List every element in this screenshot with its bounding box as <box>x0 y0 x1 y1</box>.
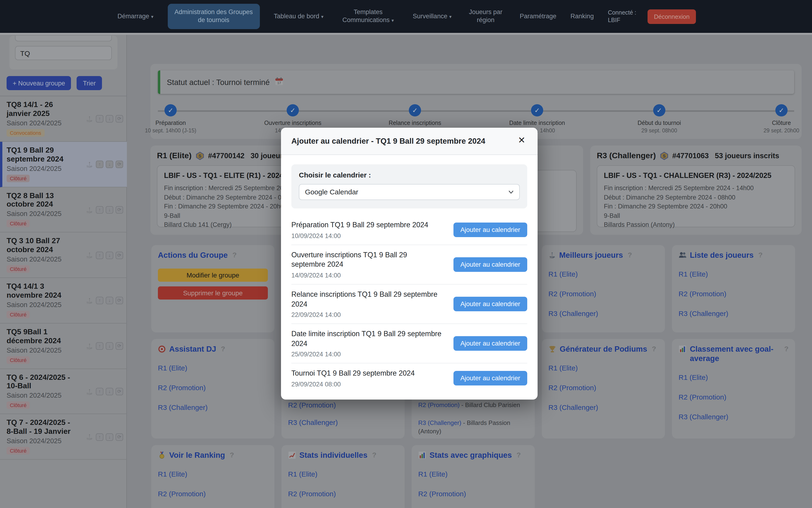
nav-item-tableau-de-bord[interactable]: Tableau de bord▾ <box>274 12 323 20</box>
help-icon[interactable]: ? <box>652 345 656 352</box>
nav-item-parametrage[interactable]: Paramétrage <box>520 12 556 20</box>
refresh-icon[interactable]: ⟳ <box>116 342 123 350</box>
new-group-button[interactable]: + Nouveau groupe <box>7 76 71 90</box>
link-r1-elite[interactable]: R1 (Elite) <box>418 470 528 478</box>
move-up-icon[interactable]: ↑ <box>96 342 103 350</box>
move-top-icon[interactable]: ↑TOP <box>85 342 93 350</box>
help-icon[interactable]: ? <box>758 251 763 259</box>
link-r1-elite[interactable]: R1 (Elite) <box>548 270 658 278</box>
group-list-item-tq1-selected[interactable]: TQ1 9 Ball 29 septembre 2024 Saison 2024… <box>0 142 127 187</box>
move-down-icon[interactable]: ↓ <box>106 161 113 168</box>
move-down-icon[interactable]: ↓ <box>106 388 113 395</box>
add-to-calendar-button[interactable]: Ajouter au calendrier <box>453 371 527 386</box>
move-down-icon[interactable]: ↓ <box>106 206 113 214</box>
link-r1-elite[interactable]: R1 (Elite) <box>679 373 788 381</box>
add-to-calendar-button[interactable]: Ajouter au calendrier <box>453 257 527 272</box>
link-r2-promotion[interactable]: R2 (Promotion) <box>158 384 268 391</box>
group-list-item-tq5[interactable]: TQ5 9Ball 1 décembre 2024 Saison 2024/20… <box>0 324 127 369</box>
refresh-icon[interactable]: ⟳ <box>116 161 123 168</box>
move-down-icon[interactable]: ↓ <box>106 297 113 304</box>
move-up-icon[interactable]: ↑ <box>96 115 103 123</box>
link-r1-elite[interactable]: R1 (Elite) <box>679 270 788 278</box>
nav-item-joueurs-par-region[interactable]: Joueurs par région <box>466 8 506 25</box>
move-down-icon[interactable]: ↓ <box>106 251 113 259</box>
refresh-icon[interactable]: ⟳ <box>116 251 123 259</box>
link-r1-elite[interactable]: R1 (Elite) <box>158 364 268 372</box>
link-r3-challenger[interactable]: R3 (Challenger) <box>548 403 658 411</box>
filter-input-secondary[interactable] <box>15 36 112 41</box>
link-r2-promotion[interactable]: R2 (Promotion) <box>288 490 398 498</box>
link-r2-promotion[interactable]: R2 (Promotion) <box>548 290 658 298</box>
move-up-icon[interactable]: ↑ <box>96 433 103 440</box>
add-to-calendar-modal: Ajouter au calendrier - TQ1 9 Ball 29 se… <box>281 128 538 399</box>
move-top-icon[interactable]: ↑TOP <box>85 115 93 123</box>
link-r2-promotion[interactable]: R2 (Promotion) <box>418 401 460 409</box>
group-list-item-tq7[interactable]: TQ 7 - 2024/2025 - 8-Ball - 19 Janvier S… <box>0 414 127 460</box>
link-r2-promotion[interactable]: R2 (Promotion) <box>548 384 658 391</box>
refresh-icon[interactable]: ⟳ <box>116 297 123 304</box>
nav-item-ranking[interactable]: Ranking <box>571 12 594 20</box>
help-icon[interactable]: ? <box>372 451 376 459</box>
help-icon[interactable]: ? <box>784 345 788 352</box>
group-list-item-tq4[interactable]: TQ4 14/1 3 novembre 2024 Saison 2024/202… <box>0 278 127 324</box>
link-r1-elite[interactable]: R1 (Elite) <box>288 470 398 478</box>
link-r2-promotion[interactable]: R2 (Promotion) <box>679 393 788 401</box>
sort-button[interactable]: Trier <box>77 76 102 90</box>
move-top-icon[interactable]: ↑TOP <box>85 433 93 441</box>
link-r2-promotion[interactable]: R2 (Promotion) <box>288 401 398 409</box>
move-down-icon[interactable]: ↓ <box>106 433 113 440</box>
nav-item-demarrage[interactable]: Démarrage▾ <box>117 12 153 20</box>
nav-item-administration-groupes[interactable]: Administration des Groupes de tournois <box>167 4 260 29</box>
group-list-item-tq3[interactable]: TQ 3 10 Ball 27 octobre 2024 Saison 2024… <box>0 232 127 278</box>
move-top-icon[interactable]: ↑TOP <box>85 161 93 168</box>
group-list-item-tq6[interactable]: TQ 6 - 2024/2025 - 10-Ball Saison 2024/2… <box>0 369 127 414</box>
link-r3-challenger[interactable]: R3 (Challenger) <box>418 419 461 426</box>
modal-header: Ajouter au calendrier - TQ1 9 Ball 29 se… <box>281 128 538 155</box>
group-title: TQ8 14/1 - 26 janvier 2025 <box>7 100 78 118</box>
move-top-icon[interactable]: ↑TOP <box>85 297 93 304</box>
search-input[interactable] <box>15 46 112 60</box>
move-down-icon[interactable]: ↓ <box>106 342 113 350</box>
sidebar-search-panel <box>9 36 117 70</box>
refresh-icon[interactable]: ⟳ <box>116 206 123 214</box>
link-r1-elite[interactable]: R1 (Elite) <box>548 364 658 372</box>
link-r2-promotion[interactable]: R2 (Promotion) <box>158 490 268 498</box>
group-list-item-tq8[interactable]: TQ8 14/1 - 26 janvier 2025 Saison 2024/2… <box>0 96 127 142</box>
link-r2-promotion[interactable]: R2 (Promotion) <box>418 490 528 498</box>
refresh-icon[interactable]: ⟳ <box>116 388 123 395</box>
logout-button[interactable]: Déconnexion <box>647 9 696 24</box>
move-up-icon[interactable]: ↑ <box>96 251 103 259</box>
link-r1-elite[interactable]: R1 (Elite) <box>158 470 268 478</box>
add-to-calendar-button[interactable]: Ajouter au calendrier <box>453 336 527 351</box>
modify-group-button[interactable]: Modifier le groupe <box>158 268 268 282</box>
close-icon[interactable]: ✕ <box>515 135 528 145</box>
calendar-select[interactable]: Google Calendar <box>299 184 520 200</box>
link-r3-challenger[interactable]: R3 (Challenger) <box>158 403 268 411</box>
move-up-icon[interactable]: ↑ <box>96 161 103 168</box>
nav-item-templates-communications[interactable]: Templates Communications▾ <box>338 8 399 25</box>
group-list-item-tq2[interactable]: TQ2 8 Ball 13 octobre 2024 Saison 2024/2… <box>0 187 127 232</box>
help-icon[interactable]: ? <box>516 451 521 459</box>
nav-item-surveillance[interactable]: Surveillance▾ <box>413 12 452 20</box>
help-icon[interactable]: ? <box>230 451 234 459</box>
move-down-icon[interactable]: ↓ <box>106 115 113 123</box>
link-r3-challenger[interactable]: R3 (Challenger) <box>679 413 788 420</box>
move-top-icon[interactable]: ↑TOP <box>85 251 93 259</box>
help-icon[interactable]: ? <box>221 345 225 352</box>
move-up-icon[interactable]: ↑ <box>96 297 103 304</box>
add-to-calendar-button[interactable]: Ajouter au calendrier <box>453 222 527 237</box>
link-r3-challenger[interactable]: R3 (Challenger) <box>548 309 658 318</box>
refresh-icon[interactable]: ⟳ <box>116 433 123 440</box>
add-to-calendar-button[interactable]: Ajouter au calendrier <box>453 297 527 311</box>
move-top-icon[interactable]: ↑TOP <box>85 388 93 395</box>
link-r2-promotion[interactable]: R2 (Promotion) <box>679 290 788 298</box>
delete-group-button[interactable]: Supprimer le groupe <box>158 286 268 300</box>
link-r3-challenger[interactable]: R3 (Challenger) <box>288 418 398 426</box>
help-icon[interactable]: ? <box>627 251 632 259</box>
help-icon[interactable]: ? <box>232 251 237 259</box>
move-top-icon[interactable]: ↑TOP <box>85 206 93 214</box>
link-r3-challenger[interactable]: R3 (Challenger) <box>679 309 788 318</box>
move-up-icon[interactable]: ↑ <box>96 388 103 395</box>
move-up-icon[interactable]: ↑ <box>96 206 103 214</box>
refresh-icon[interactable]: ⟳ <box>116 115 123 123</box>
